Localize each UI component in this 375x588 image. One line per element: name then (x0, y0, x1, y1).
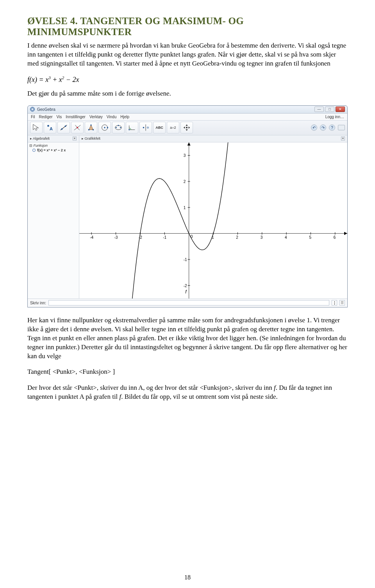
menu-verktoy[interactable]: Verktøy (89, 115, 103, 119)
menu-vindu[interactable]: Vindu (107, 115, 116, 119)
svg-text:3: 3 (261, 235, 263, 240)
tool-perpendicular[interactable] (71, 122, 84, 133)
svg-point-13 (104, 127, 105, 128)
geogebra-window: GeoGebra — □ ✕ Fil Rediger Vis Innstilli… (27, 105, 348, 307)
svg-text:3: 3 (184, 153, 186, 158)
svg-point-19 (129, 129, 130, 130)
command-input[interactable] (48, 300, 329, 306)
function-expression: f(x) = x³ + x² − 2 x (37, 148, 66, 152)
tool-ellipse[interactable] (112, 122, 125, 133)
input-bar: Skriv inn: ▴▾ ☰ (28, 298, 347, 307)
svg-text:2: 2 (236, 235, 238, 240)
maximize-button[interactable]: □ (325, 107, 334, 112)
tool-move-view[interactable] (180, 122, 193, 133)
tool-slider[interactable]: a=2 (167, 122, 179, 133)
svg-point-11 (93, 129, 94, 130)
window-title: GeoGebra (37, 107, 55, 112)
undo-icon[interactable]: ↶ (311, 124, 317, 131)
visibility-toggle-icon[interactable] (32, 149, 36, 152)
redo-icon[interactable]: ↷ (320, 124, 326, 131)
intro-paragraph: I denne øvelsen skal vi se nærmere på hv… (27, 41, 348, 68)
svg-text:-4: -4 (90, 235, 93, 240)
tool-circle[interactable] (98, 122, 111, 133)
tool-text[interactable]: ABC (153, 122, 166, 133)
graphics-close-icon[interactable]: ✕ (341, 137, 345, 140)
para-3: Her kan vi finne nullpunkter og ekstrema… (27, 316, 348, 361)
equation: f(x) = x3 + x2 − 2x (27, 75, 348, 84)
graphics-panel-header: ▸ Grafikkfelt ✕ (79, 135, 347, 142)
menu-hjelp[interactable]: Hjelp (120, 115, 129, 119)
menu-fil[interactable]: Fil (31, 115, 35, 119)
svg-point-17 (120, 127, 121, 128)
svg-marker-8 (89, 125, 93, 130)
menubar: Fil Rediger Vis Innstillinger Verktøy Vi… (28, 114, 347, 121)
keyboard-icon[interactable] (338, 125, 345, 130)
svg-point-7 (77, 127, 78, 128)
svg-text:5: 5 (309, 235, 311, 240)
svg-text:2: 2 (184, 179, 186, 184)
algebra-function[interactable]: f(x) = x³ + x² − 2 x (29, 148, 77, 152)
close-button[interactable]: ✕ (336, 107, 345, 112)
svg-point-9 (88, 129, 89, 130)
svg-text:A: A (50, 127, 53, 131)
toolbar: A ABC a=2 ↶ ↷ ? (28, 121, 347, 135)
tool-move[interactable] (30, 122, 43, 133)
svg-point-22 (147, 127, 149, 128)
geogebra-logo-icon (30, 107, 35, 112)
graphics-panel: ▸ Grafikkfelt ✕ -4-3-2-10123456-2-1123 f (79, 135, 347, 298)
login-link[interactable]: Logg inn… (325, 115, 344, 119)
tool-line[interactable] (57, 122, 70, 133)
window-titlebar: GeoGebra — □ ✕ (28, 106, 347, 114)
tool-point[interactable]: A (44, 122, 56, 133)
input-history-icon[interactable]: ▴▾ (332, 300, 337, 306)
svg-rect-23 (186, 127, 188, 128)
algebra-panel: ▸ Algebrafelt ✕ Funksjon f(x) = x³ + x² … (28, 135, 79, 298)
para-2: Det gjør du på samme måte som i de forri… (27, 89, 348, 98)
svg-text:4: 4 (285, 235, 287, 240)
svg-text:-2: -2 (184, 283, 187, 288)
svg-point-14 (107, 127, 108, 128)
para-4: Der hvor det står <Punkt>, skriver du in… (27, 384, 348, 401)
algebra-category[interactable]: Funksjon (29, 144, 77, 147)
tool-angle[interactable] (126, 122, 138, 133)
page-number: 18 (0, 574, 375, 581)
input-label: Skriv inn: (30, 301, 46, 305)
menu-innstillinger[interactable]: Innstillinger (66, 115, 86, 119)
svg-text:f: f (185, 289, 187, 294)
input-help-icon[interactable]: ☰ (339, 300, 345, 306)
svg-point-4 (65, 126, 66, 127)
svg-text:1: 1 (184, 205, 186, 210)
svg-text:6: 6 (334, 235, 336, 240)
command-example: Tangent[ <Punkt>, <Funksjon> ] (27, 368, 348, 377)
svg-text:0: 0 (191, 234, 193, 239)
help-icon[interactable]: ? (329, 124, 335, 131)
tool-reflect[interactable] (139, 122, 152, 133)
menu-rediger[interactable]: Rediger (39, 115, 53, 119)
minimize-button[interactable]: — (314, 107, 324, 112)
tool-polygon[interactable] (85, 122, 97, 133)
svg-text:-3: -3 (114, 235, 118, 240)
svg-text:-1: -1 (184, 258, 187, 262)
svg-point-3 (61, 128, 63, 130)
algebra-close-icon[interactable]: ✕ (73, 137, 77, 140)
svg-point-16 (116, 127, 117, 128)
menu-vis[interactable]: Vis (57, 115, 62, 119)
graphics-canvas[interactable]: -4-3-2-10123456-2-1123 f (79, 142, 347, 298)
svg-point-21 (143, 127, 145, 128)
page-heading: ØVELSE 4. TANGENTER OG MAKSIMUM- OG MINI… (27, 16, 348, 37)
svg-point-10 (90, 124, 91, 126)
svg-point-0 (47, 125, 49, 127)
svg-point-18 (118, 125, 119, 126)
algebra-panel-header: ▸ Algebrafelt ✕ (28, 135, 79, 142)
svg-text:-1: -1 (163, 235, 166, 240)
